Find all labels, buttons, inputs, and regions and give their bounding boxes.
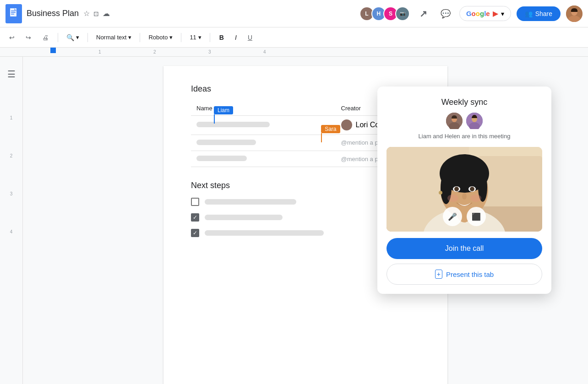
present-tab-label: Present this tab — [446, 270, 494, 278]
zoom-dropdown[interactable]: 🔍 ▾ — [64, 32, 82, 43]
ruler-tab[interactable] — [50, 48, 56, 53]
share-people-icon: 👥 — [525, 10, 533, 17]
popup-avatar-helen — [466, 113, 483, 129]
line-num-1: 1 — [10, 115, 13, 120]
ruler-mark-4: 4 — [263, 49, 266, 54]
docs-logo-icon — [5, 4, 22, 23]
ruler-mark-3: 3 — [208, 49, 211, 54]
toolbar-divider-4 — [181, 33, 181, 42]
check-placeholder-2 — [205, 215, 283, 220]
mention-placeholder-3: @mention a p — [341, 156, 378, 162]
share-button[interactable]: 👥 Share — [517, 6, 561, 21]
line-num-3: 3 — [10, 191, 13, 196]
print-icon: 🖨 — [42, 34, 49, 41]
present-tab-button[interactable]: + Present this tab — [387, 264, 542, 285]
meet-popup: Weekly sync Liam and Helen are in — [377, 87, 551, 294]
svg-point-29 — [470, 195, 481, 202]
toolbar-divider-1 — [58, 33, 58, 42]
svg-point-23 — [454, 187, 459, 191]
font-label: Roboto — [148, 34, 168, 41]
table-cell-name-3 — [191, 151, 336, 167]
meet-dropdown-icon: ▾ — [501, 10, 504, 17]
left-sidebar: ☰ 1 2 3 4 — [0, 57, 23, 384]
table-cell-name-2: Sara — [191, 135, 336, 151]
meet-icon: Google — [466, 10, 490, 17]
meet-button[interactable]: Google ▶ ▾ — [459, 6, 511, 21]
user-avatar[interactable] — [566, 5, 583, 22]
cursor-liam: Liam — [214, 106, 233, 124]
join-call-button[interactable]: Join the call — [387, 238, 542, 259]
check-placeholder-1 — [205, 199, 296, 205]
italic-icon: I — [235, 34, 237, 41]
font-chevron: ▾ — [169, 34, 173, 41]
creator-name-1: Lori Co — [356, 121, 380, 129]
style-dropdown[interactable]: Normal text ▾ — [93, 32, 134, 43]
ruler-mark-1: 1 — [98, 49, 101, 54]
liam-cursor-label: Liam — [214, 106, 233, 114]
print-button[interactable]: 🖨 — [38, 32, 52, 43]
svg-rect-2 — [11, 12, 16, 13]
underline-icon: U — [248, 34, 252, 41]
popup-avatars — [387, 113, 542, 129]
folder-icon[interactable]: ⊡ — [93, 10, 99, 17]
comment-button[interactable]: 💬 — [437, 5, 454, 22]
cam-icon: ⬛ — [472, 212, 481, 221]
popup-title: Weekly sync — [387, 97, 542, 107]
cloud-icon[interactable]: ☁ — [103, 9, 110, 18]
star-icon[interactable]: ☆ — [83, 9, 90, 18]
redo-icon: ↪ — [26, 34, 31, 41]
style-label: Normal text — [96, 34, 126, 41]
undo-button[interactable]: ↩ — [5, 32, 18, 43]
mic-button[interactable]: 🎤 — [443, 207, 462, 226]
trend-button[interactable]: ↗ — [415, 5, 432, 22]
popup-avatar-liam — [446, 113, 463, 129]
font-dropdown[interactable]: Roboto ▾ — [146, 32, 175, 43]
size-chevron: ▾ — [198, 34, 201, 41]
present-icon: + — [435, 270, 442, 279]
zoom-icon: 🔍 — [66, 34, 74, 41]
line-num-4: 4 — [10, 229, 13, 234]
sara-cursor-label: Sara — [321, 125, 340, 133]
avatar-group: L H S 📷 — [359, 6, 410, 21]
avatar-cam[interactable]: 📷 — [395, 6, 410, 21]
checkbox-1[interactable] — [191, 198, 199, 206]
creator-avatar-1 — [341, 119, 352, 130]
topbar-right: L H S 📷 ↗ 💬 Google ▶ ▾ 👥 Share — [359, 5, 583, 22]
svg-rect-3 — [11, 14, 14, 15]
checkbox-2[interactable] — [191, 213, 199, 222]
ruler-content: 1 2 3 4 — [0, 48, 588, 56]
toolbar-divider-3 — [140, 33, 140, 42]
bold-icon: B — [219, 34, 224, 41]
name-placeholder-2 — [196, 140, 256, 145]
doc-title[interactable]: Business Plan — [27, 9, 79, 18]
toolbar-divider-5 — [210, 33, 210, 42]
meet-icon-logo: ▶ — [493, 9, 498, 18]
italic-button[interactable]: I — [231, 32, 240, 43]
size-dropdown[interactable]: 11 ▾ — [187, 32, 204, 43]
style-chevron: ▾ — [128, 34, 131, 41]
popup-meeting-text: Liam and Helen are in this meeting — [387, 133, 542, 140]
redo-button[interactable]: ↪ — [22, 32, 35, 43]
line-num-2: 2 — [10, 153, 13, 158]
outline-icon: ☰ — [7, 69, 16, 80]
popup-video-preview: 🎤 ⬛ — [387, 147, 542, 232]
share-label: Share — [535, 10, 552, 17]
liam-caret — [214, 114, 215, 124]
outline-button[interactable]: ☰ — [3, 66, 20, 82]
svg-point-28 — [447, 195, 458, 202]
cam-button[interactable]: ⬛ — [467, 207, 486, 226]
checkbox-3[interactable] — [191, 229, 199, 237]
font-size-label: 11 — [190, 34, 196, 41]
trend-icon: ↗ — [419, 8, 427, 19]
cursor-sara: Sara — [321, 125, 340, 142]
ruler: 1 2 3 4 — [0, 48, 588, 57]
svg-point-27 — [439, 191, 442, 195]
sara-caret — [321, 133, 322, 142]
toolbar-divider-2 — [87, 33, 88, 42]
bold-button[interactable]: B — [216, 32, 228, 43]
check-placeholder-3 — [205, 230, 324, 236]
zoom-label: ▾ — [76, 34, 79, 41]
popup-video-controls: 🎤 ⬛ — [443, 207, 486, 226]
doc-icons: ☆ ⊡ ☁ — [83, 9, 110, 18]
underline-button[interactable]: U — [244, 32, 256, 43]
